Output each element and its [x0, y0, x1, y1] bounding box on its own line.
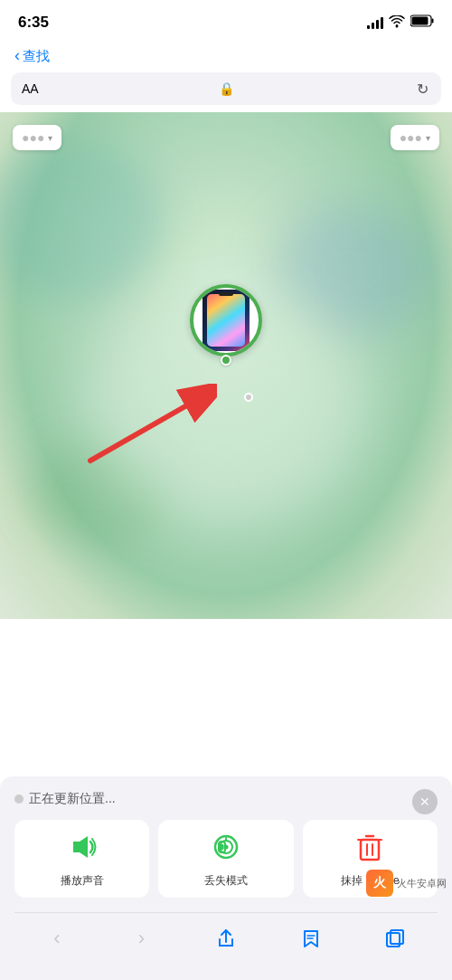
lost-mode-button[interactable]: 丢失模式 — [158, 820, 293, 898]
dropdown-label: ●●● — [400, 130, 422, 145]
nav-back-button[interactable]: ‹ — [37, 922, 77, 955]
svg-rect-11 — [220, 844, 223, 850]
device-phone-thumbnail — [202, 290, 250, 351]
back-label: 查找 — [23, 48, 50, 65]
play-sound-label: 播放声音 — [61, 873, 104, 889]
svg-rect-12 — [361, 840, 379, 860]
lock-icon: 🔒 — [219, 81, 234, 96]
watermark: 火 火牛安卓网 — [366, 870, 447, 897]
chevron-down-icon: ▾ — [48, 133, 52, 143]
wifi-icon — [389, 15, 405, 31]
play-sound-button[interactable]: 播放声音 — [14, 820, 149, 898]
reload-button[interactable]: ↻ — [417, 81, 428, 98]
map-area[interactable]: ●●● ▾ ●●● ▾ — [0, 112, 452, 619]
person-location-marker — [244, 393, 253, 402]
browser-bottom-nav: ‹ › — [14, 912, 438, 980]
svg-marker-6 — [73, 836, 88, 858]
sound-icon — [68, 833, 97, 868]
svg-rect-2 — [412, 17, 428, 25]
phone-notch — [219, 292, 233, 296]
location-status-row: 正在更新位置... — [14, 791, 438, 807]
location-status-text: 正在更新位置... — [29, 791, 116, 807]
signal-icon — [367, 16, 383, 29]
nav-share-button[interactable] — [206, 922, 246, 955]
address-bar[interactable]: AA 🔒 ↻ — [11, 72, 441, 105]
dropdown-label: ●●● — [22, 130, 44, 145]
nav-tabs-button[interactable] — [375, 922, 415, 955]
nav-bar[interactable]: ‹ 查找 — [0, 40, 452, 72]
watermark-site: 火牛安卓网 — [397, 877, 447, 890]
chevron-down-icon: ▾ — [426, 133, 430, 143]
status-bar: 6:35 — [0, 0, 452, 40]
erase-icon — [355, 833, 384, 868]
nav-bookmarks-button[interactable] — [291, 922, 331, 955]
back-button[interactable]: ‹ 查找 — [14, 47, 50, 65]
pin-dot — [221, 355, 231, 366]
close-button[interactable]: ✕ — [412, 789, 438, 814]
status-time: 6:35 — [18, 14, 49, 32]
svg-point-0 — [396, 24, 399, 27]
status-icons — [367, 14, 434, 31]
map-filter-right[interactable]: ●●● ▾ — [391, 125, 439, 150]
aa-button[interactable]: AA — [22, 81, 39, 96]
watermark-logo: 火 — [366, 870, 393, 897]
chevron-left-icon: ‹ — [14, 46, 20, 65]
battery-icon — [410, 14, 434, 31]
lost-mode-label: 丢失模式 — [204, 873, 248, 889]
device-location-pin[interactable] — [190, 284, 262, 366]
device-circle — [190, 284, 262, 357]
location-update-icon — [14, 794, 24, 804]
phone-screen — [207, 294, 245, 347]
lost-mode-icon — [212, 833, 240, 868]
svg-rect-3 — [432, 19, 434, 24]
nav-forward-button[interactable]: › — [121, 922, 161, 955]
map-filter-left[interactable]: ●●● ▾ — [13, 125, 61, 150]
